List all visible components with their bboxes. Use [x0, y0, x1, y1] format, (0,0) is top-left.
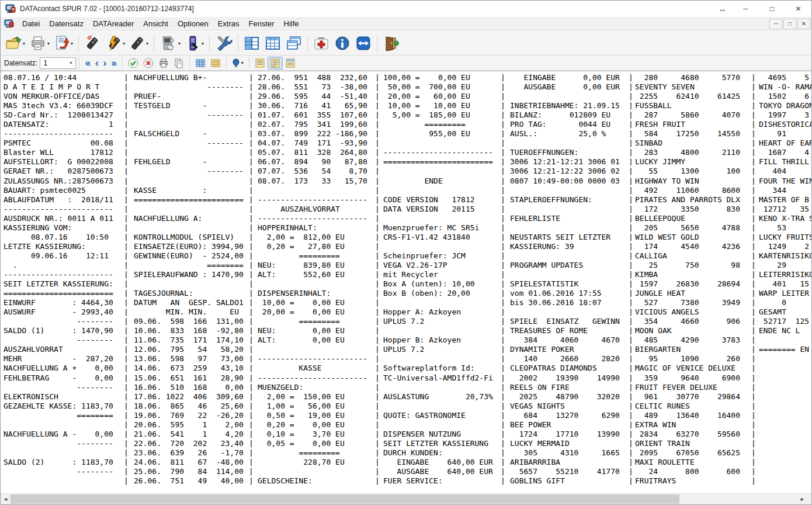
maximize-button[interactable]: □ — [759, 1, 785, 17]
receipt-column-4: 100,00 = 0,00 EU 50,00 = 700,00 EU 20,00… — [383, 73, 493, 486]
nav-last-button[interactable]: » — [109, 57, 119, 70]
record-value: 1 — [40, 59, 66, 67]
menu-datareader[interactable]: DATAreader — [88, 18, 138, 30]
toolbar-separator — [377, 34, 377, 52]
grid-yellow-icon — [210, 58, 221, 68]
receipt-column-2: NACHFUELLUNG B+- -------- PRUEF- TESTGEL… — [134, 73, 244, 486]
datareader-wireless-icon — [84, 35, 100, 51]
info-button[interactable] — [332, 33, 353, 53]
column-separator: | | | | | | | | | | | | | | | | | | | | … — [124, 73, 129, 486]
grid-view-button[interactable] — [262, 33, 283, 53]
record-select[interactable]: 1 ▾ — [40, 57, 76, 69]
toolbar-separator — [189, 57, 190, 69]
chevron-down-icon: ▾ — [23, 41, 25, 46]
app-window: DATAcontact SPUR 7.02 - [10001-20160712-… — [0, 0, 812, 505]
first-aid-button[interactable] — [311, 33, 332, 53]
windows-view-button[interactable] — [283, 33, 304, 53]
menu-hilfe[interactable]: Hilfe — [279, 18, 304, 30]
list-view-selected-button[interactable] — [268, 57, 283, 70]
confirm-button[interactable] — [126, 57, 141, 70]
print-record-button[interactable] — [156, 57, 171, 70]
module-icon — [185, 35, 200, 51]
chevron-down-icon: ▾ — [71, 41, 73, 46]
copy-icon — [173, 58, 184, 68]
receipt-column-5: EINGABE 0,00 EUR AUSGABE 0,00 EUR INBETR… — [510, 73, 620, 486]
datareader-wireless-button[interactable] — [82, 33, 103, 53]
menu-datensatz[interactable]: Datensatz — [44, 18, 88, 30]
datareader-stick-button[interactable]: ▾ — [127, 33, 151, 53]
mdi-minimize-button[interactable]: ─ — [769, 19, 782, 29]
settings-button[interactable] — [213, 33, 235, 53]
column-separator: | | | | | | | | | | | | | | | | | | | | … — [629, 73, 633, 486]
menu-ansicht[interactable]: Ansicht — [138, 18, 173, 30]
table-view-button[interactable] — [241, 33, 262, 53]
grid-blue-icon — [195, 58, 206, 68]
chevron-down-icon: ▾ — [123, 41, 125, 46]
datareader-flash-icon — [105, 35, 122, 51]
confirm-icon — [128, 58, 138, 68]
mdi-restore-button[interactable]: □ — [783, 19, 796, 29]
list-view-button[interactable] — [252, 57, 268, 70]
tools-icon — [215, 35, 233, 51]
main-toolbar: ▾ ▾ ▾ — [1, 31, 811, 56]
scrollbar-thumb[interactable] — [11, 494, 679, 504]
print-button[interactable]: ▾ — [27, 33, 52, 53]
close-button[interactable]: ✕ — [785, 1, 811, 17]
grid-blue-button[interactable] — [193, 57, 208, 70]
receipt-column-1: 08.07.16 / 10:44 D A T E I I M P O R T V… — [4, 73, 113, 476]
receipt-column-3: 27.06. 951 488 232,60 28.06. 551 73 -38,… — [258, 73, 367, 486]
resize-arrows-icon[interactable]: ↔ — [713, 1, 733, 17]
record-label: Datensatz: — [4, 59, 37, 67]
mdi-close-button[interactable]: ✕ — [797, 19, 810, 29]
mdi-child-icon — [4, 19, 14, 28]
export-report-icon — [54, 35, 70, 51]
first-aid-icon — [313, 35, 329, 51]
exit-icon — [383, 35, 400, 51]
column-separator: | | | | | | | | | | | | | | | | | | | | … — [751, 73, 756, 486]
table-view-icon — [244, 35, 260, 51]
module-button[interactable]: ▾ — [183, 33, 206, 53]
column-separator: | | | | | | | | | | | | | | | | | | | | … — [501, 73, 505, 486]
list-view-compact-button[interactable] — [283, 57, 298, 70]
minimize-button[interactable]: ─ — [733, 1, 759, 17]
chevron-down-icon: ▾ — [178, 41, 181, 46]
machine-button[interactable]: ▾ — [157, 33, 183, 53]
nav-last-icon: » — [111, 58, 116, 68]
nav-prev-button[interactable]: ‹ — [93, 57, 101, 70]
menu-extras[interactable]: Extras — [213, 18, 244, 30]
toolbar-separator — [78, 34, 79, 52]
filter-button[interactable]: ▾ — [230, 57, 246, 70]
toolbar-separator — [307, 34, 308, 52]
menu-optionen[interactable]: Optionen — [173, 18, 213, 30]
datareader-flash-button[interactable]: ▾ — [103, 33, 127, 53]
nav-next-button[interactable]: › — [101, 57, 109, 70]
column-separator: | | | | | | | | | | | | | | | | | | | | … — [249, 73, 254, 486]
menu-datei[interactable]: Datei — [18, 18, 44, 30]
nav-next-icon: › — [103, 58, 107, 68]
open-button[interactable]: ▾ — [3, 33, 27, 53]
nav-first-button[interactable]: « — [82, 57, 92, 70]
menu-fenster[interactable]: Fenster — [244, 18, 279, 30]
list-view-selected-icon — [270, 58, 280, 68]
nav-prev-icon: ‹ — [95, 58, 99, 68]
cancel-button[interactable] — [141, 57, 156, 70]
exit-button[interactable] — [380, 33, 402, 53]
teamviewer-button[interactable] — [353, 33, 374, 53]
scroll-right-icon[interactable]: ► — [797, 494, 807, 504]
receipt-column-6: 280 4680 5770 SEVENTY SEVEN 2255 62410 6… — [635, 73, 740, 486]
window-title: DATAcontact SPUR 7.02 - [10001-20160712-… — [20, 5, 194, 13]
toolbar-separator — [249, 57, 249, 69]
chevron-down-icon: ▾ — [146, 41, 148, 46]
nav-toolbar: Datensatz: 1 ▾ « ‹ › » — [1, 56, 811, 71]
app-icon — [5, 4, 16, 13]
filter-icon — [232, 58, 240, 68]
horizontal-scrollbar: ◄ ► — [1, 493, 811, 504]
grid-yellow-button[interactable] — [208, 57, 223, 70]
copy-button[interactable] — [171, 57, 186, 70]
toolbar-separator — [209, 34, 210, 52]
info-icon — [334, 35, 351, 51]
column-separator: | | | | | | | | | | | | | | | | | | | | … — [375, 73, 380, 486]
export-button[interactable]: ▾ — [52, 33, 75, 53]
print-small-icon — [158, 58, 169, 68]
scroll-left-icon[interactable]: ◄ — [1, 494, 11, 504]
